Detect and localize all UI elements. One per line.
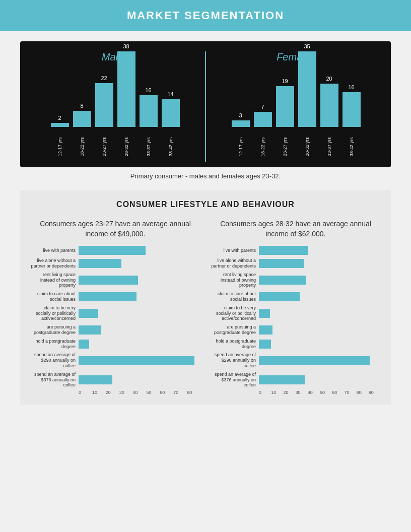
h-bar-track: [259, 309, 381, 318]
x-axis-tick: 90: [369, 390, 381, 395]
bar-value-label: 8: [80, 103, 83, 109]
h-bar-label: spend an average of $376 annually on cof…: [211, 372, 256, 388]
bar-axis-label: 38-42 yrs: [349, 131, 354, 156]
bar-group: 718-22 yrs: [254, 104, 272, 156]
lifestyle-col1: Consumers ages 23-27 have an average ann…: [30, 219, 200, 395]
bar-value-label: 16: [348, 84, 354, 90]
bar-value-label: 19: [282, 78, 288, 84]
list-item: live with parents: [30, 246, 200, 255]
bar-value-label: 16: [145, 87, 151, 93]
x-axis-tick: 40: [133, 390, 147, 395]
h-bar-label: rent living space instead of owning prop…: [211, 272, 256, 288]
h-bar-track: [79, 276, 200, 285]
lifestyle-section: CONSUMER LIFESTYLE AND BEHAVIOUR Consume…: [20, 190, 391, 405]
x-axis-tick: 40: [308, 390, 320, 395]
list-item: live alone without a partner or dependen…: [211, 258, 381, 269]
bar-value-label: 2: [58, 115, 61, 121]
bar-group: 1633-37 yrs: [140, 87, 158, 156]
list-item: rent living space instead of owning prop…: [211, 272, 381, 288]
bar-rect: [73, 111, 91, 127]
bar-group: 3828-32 yrs: [117, 43, 135, 156]
h-bar-label: are pursuing a postgraduate degree: [30, 324, 76, 336]
h-bar-fill: [259, 356, 370, 365]
col2-bar-chart: live with parentslive alone without a pa…: [211, 246, 381, 388]
list-item: live with parents: [211, 246, 381, 255]
bar-axis-label: 23-27 yrs: [102, 131, 107, 156]
h-bar-fill: [79, 259, 121, 268]
bar-rect: [117, 51, 135, 127]
bar-axis-label: 28-32 yrs: [124, 131, 129, 156]
h-bar-track: [259, 292, 381, 301]
h-bar-fill: [79, 309, 98, 318]
list-item: are pursuing a postgraduate degree: [211, 324, 381, 336]
bar-rect: [232, 120, 250, 127]
bar-rect: [298, 51, 316, 127]
h-bar-track: [79, 356, 200, 365]
h-bar-fill: [259, 325, 272, 335]
list-item: claim to be very socially or politically…: [30, 305, 200, 321]
h-bar-fill: [259, 375, 305, 384]
list-item: rent living space instead of owning prop…: [30, 272, 200, 288]
females-section: Females 312-17 yrs718-22 yrs1923-27 yrs3…: [216, 51, 376, 162]
bar-group: 212-17 yrs: [51, 115, 69, 156]
h-bar-label: live alone without a partner or dependen…: [211, 258, 256, 269]
males-section: Males 212-17 yrs818-22 yrs2223-27 yrs382…: [35, 51, 195, 162]
page-header: MARKET SEGMENTATION: [0, 0, 411, 31]
bar-rect: [276, 86, 294, 127]
bar-group: 2223-27 yrs: [95, 75, 113, 156]
h-bar-fill: [259, 276, 306, 285]
x-axis-tick: 10: [92, 390, 106, 395]
x-axis-tick: 70: [344, 390, 356, 395]
bar-rect: [140, 95, 158, 127]
males-bars: 212-17 yrs818-22 yrs2223-27 yrs3828-32 y…: [51, 68, 180, 159]
list-item: spend an average of $376 annually on cof…: [211, 372, 381, 388]
x-axis-tick: 10: [271, 390, 283, 395]
page-title: MARKET SEGMENTATION: [0, 9, 411, 22]
chart-divider: [205, 51, 206, 162]
h-bar-label: spend an average of $290 annually on cof…: [211, 352, 256, 368]
h-bar-track: [79, 292, 200, 301]
h-bar-fill: [79, 340, 89, 349]
list-item: spend an average of $290 annually on cof…: [30, 352, 200, 368]
h-bar-fill: [259, 340, 271, 349]
h-bar-label: live with parents: [30, 248, 76, 253]
h-bar-label: spend an average of $376 annually on cof…: [30, 372, 76, 388]
list-item: spend an average of $290 annually on cof…: [211, 352, 381, 368]
h-bar-fill: [79, 375, 112, 384]
bar-group: 312-17 yrs: [232, 112, 250, 156]
bar-rect: [51, 123, 69, 127]
bar-axis-label: 38-42 yrs: [168, 131, 173, 156]
h-bar-label: claim to be very socially or politically…: [211, 305, 256, 321]
x-axis-tick: 70: [173, 390, 187, 395]
h-bar-label: claim to care about social issues: [30, 291, 76, 302]
h-bar-fill: [259, 259, 304, 268]
h-bar-fill: [259, 292, 300, 301]
h-bar-label: spend an average of $290 annually on cof…: [30, 352, 76, 368]
bar-group: 2033-37 yrs: [320, 76, 338, 156]
bar-rect: [342, 92, 361, 127]
x-axis-tick: 50: [320, 390, 332, 395]
list-item: hold a postgraduate degree: [30, 339, 200, 350]
bar-rect: [95, 83, 113, 127]
h-bar-track: [79, 246, 200, 255]
h-bar-track: [79, 309, 200, 318]
h-bar-label: claim to be very socially or politically…: [30, 305, 76, 321]
list-item: are pursuing a postgraduate degree: [30, 324, 200, 336]
h-bar-fill: [79, 325, 101, 335]
h-bar-track: [259, 259, 381, 268]
h-bar-fill: [79, 276, 138, 285]
h-bar-fill: [79, 292, 136, 301]
list-item: hold a postgraduate degree: [211, 339, 381, 350]
bar-value-label: 22: [101, 75, 107, 81]
h-bar-track: [259, 375, 381, 384]
col2-x-axis: 0102030405060708090: [259, 390, 381, 395]
h-bar-track: [259, 356, 381, 365]
h-bar-label: hold a postgraduate degree: [211, 339, 256, 350]
primary-consumer-note: Primary consumer - males and females age…: [20, 172, 391, 180]
col1-income-header: Consumers ages 23-27 have an average ann…: [30, 219, 200, 239]
bar-axis-label: 18-22 yrs: [80, 131, 85, 156]
h-bar-label: live alone without a partner or dependen…: [30, 258, 76, 269]
h-bar-fill: [259, 246, 308, 255]
x-axis-tick: 80: [187, 390, 200, 395]
bar-value-label: 7: [261, 104, 264, 110]
